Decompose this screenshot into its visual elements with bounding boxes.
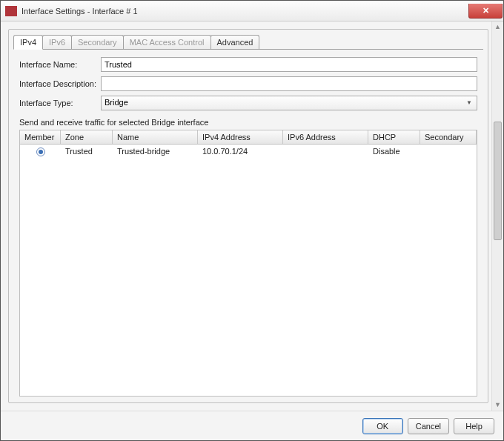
th-member[interactable]: Member: [20, 130, 61, 144]
scroll-up-icon[interactable]: ▲: [492, 21, 503, 33]
dialog-window: Interface Settings - Interface # 1 ✕ IPv…: [0, 0, 504, 441]
tab-ipv6: IPv6: [42, 35, 72, 49]
tab-advanced[interactable]: Advanced: [210, 35, 260, 49]
th-name[interactable]: Name: [113, 130, 198, 144]
scroll-down-icon[interactable]: ▼: [492, 399, 503, 411]
tab-mac-access-control: MAC Access Control: [123, 35, 211, 49]
member-radio[interactable]: [36, 147, 45, 156]
bridge-table: Member Zone Name IPv4 Address IPv6 Addre…: [19, 130, 477, 397]
cell-zone: Trusted: [61, 145, 113, 159]
interface-type-label: Interface Type:: [19, 99, 101, 107]
interface-description-label: Interface Description:: [19, 79, 101, 88]
interface-type-select[interactable]: Bridge ▼: [101, 96, 477, 110]
th-secondary[interactable]: Secondary: [420, 130, 477, 144]
title-bar[interactable]: Interface Settings - Interface # 1 ✕: [1, 1, 503, 21]
bridge-table-header: Member Zone Name IPv4 Address IPv6 Addre…: [20, 130, 477, 145]
main-panel: IPv4 IPv6 Secondary MAC Access Control A…: [8, 29, 488, 403]
window-title: Interface Settings - Interface # 1: [21, 7, 138, 16]
app-icon: [5, 6, 17, 16]
th-ipv6[interactable]: IPv6 Address: [283, 130, 368, 144]
interface-name-input[interactable]: [101, 57, 477, 72]
tab-panel-ipv4: Interface Name: Interface Description: I…: [13, 49, 483, 402]
interface-description-input[interactable]: [101, 76, 477, 91]
cell-secondary: [420, 145, 477, 159]
interface-type-value: Bridge: [105, 98, 128, 107]
cell-dhcp: Disable: [368, 145, 420, 159]
help-button[interactable]: Help: [454, 418, 494, 434]
cell-name: Trusted-bridge: [113, 145, 198, 159]
close-button[interactable]: ✕: [468, 4, 503, 19]
th-zone[interactable]: Zone: [61, 130, 113, 144]
dialog-body: IPv4 IPv6 Secondary MAC Access Control A…: [1, 21, 503, 411]
tab-ipv4[interactable]: IPv4: [13, 35, 43, 50]
cell-ipv4: 10.0.70.1/24: [198, 145, 283, 159]
cell-ipv6: [283, 145, 368, 159]
tab-secondary: Secondary: [71, 35, 124, 49]
cancel-button[interactable]: Cancel: [408, 418, 449, 434]
interface-name-label: Interface Name:: [19, 60, 101, 69]
dialog-footer: OK Cancel Help: [1, 411, 503, 440]
table-row[interactable]: Trusted Trusted-bridge 10.0.70.1/24 Disa…: [20, 145, 477, 159]
tab-bar: IPv4 IPv6 Secondary MAC Access Control A…: [9, 30, 488, 49]
bridge-section-caption: Send and receive traffic for selected Br…: [19, 118, 477, 127]
ok-button[interactable]: OK: [362, 418, 403, 434]
close-icon: ✕: [483, 6, 489, 15]
th-ipv4[interactable]: IPv4 Address: [198, 130, 283, 144]
scrollbar-thumb[interactable]: [494, 122, 502, 240]
chevron-down-icon: ▼: [466, 99, 472, 106]
vertical-scrollbar[interactable]: ▲ ▼: [491, 21, 503, 411]
th-dhcp[interactable]: DHCP: [368, 130, 420, 144]
